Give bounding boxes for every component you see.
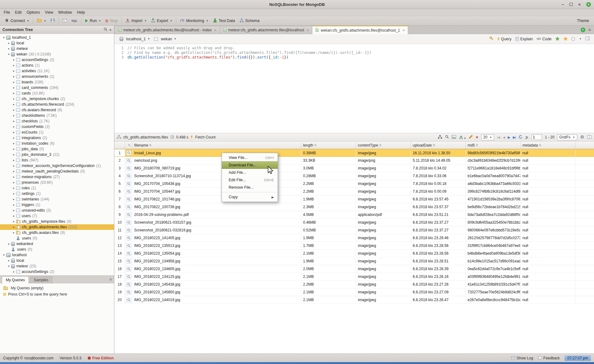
layout-panel-icon[interactable] (585, 37, 590, 41)
tree-item-settings[interactable]: ▸settings(1) (0, 191, 114, 196)
table-row[interactable]: 92016-04-29-solving-problems.pdf4.5MBapp… (114, 211, 594, 219)
tree-item-meteor_accounts_loginServiceConfiguration[interactable]: ▸meteor_accounts_loginServiceConfigurati… (0, 163, 114, 169)
tree-expand-arrow[interactable]: ▸ (12, 153, 16, 156)
tree-expand-arrow[interactable]: ▸ (12, 226, 16, 229)
column-header-contentType[interactable]: contentType⇅ (356, 142, 411, 149)
menu-help[interactable]: Help (74, 9, 87, 15)
row-preview-cell[interactable] (125, 172, 132, 180)
row-icon-header[interactable]: ⇅ (125, 142, 132, 149)
tree-expand-arrow[interactable]: ▸ (12, 120, 16, 123)
key-icon[interactable] (489, 36, 494, 42)
tree-item-checklists[interactable]: ▸checklists(1.7K) (0, 118, 114, 124)
table-row[interactable]: 5IMG_20170704_105438.jpg2.2MBimage/jpeg7… (114, 180, 594, 188)
tree-item-meteor-migrations[interactable]: ▸meteor-migrations(27) (0, 174, 114, 180)
theme-button[interactable]: Theme (577, 19, 592, 23)
prev-page-button[interactable]: ◀ (503, 135, 505, 139)
column-header-md5[interactable]: md5⇅ (466, 142, 521, 149)
next-page-button[interactable]: ▶ (508, 135, 510, 139)
test-data-button[interactable]: Test Data (211, 17, 237, 25)
tab-list-icon[interactable]: ≡ (588, 27, 591, 32)
menu-file[interactable]: File (1, 9, 12, 15)
row-preview-cell[interactable] (125, 226, 132, 234)
refresh-icon[interactable] (518, 135, 523, 140)
tree-expand-arrow[interactable]: ▸ (12, 147, 16, 151)
tree-expand-arrow[interactable]: ▸ (12, 58, 16, 61)
magnifier-icon[interactable] (126, 243, 131, 248)
collapse-panel-icon[interactable]: « (108, 278, 113, 281)
row-preview-cell[interactable] (125, 203, 132, 211)
table-row[interactable]: 13IMG_20180223_135513.jpg1.7MBimage/jpeg… (114, 242, 594, 250)
monitoring-button[interactable]: Monitoring▼ (178, 17, 210, 25)
magnifier-icon[interactable] (126, 197, 131, 202)
magnifier-icon[interactable] (126, 189, 131, 194)
favorites-star-icon[interactable] (563, 37, 568, 42)
magnifier-icon[interactable] (126, 251, 131, 256)
tree-item-presences[interactable]: ▸presences(33.6K) (0, 180, 114, 185)
tree-item-rules[interactable]: ▸rules(1) (0, 185, 114, 191)
tree-item-activities[interactable]: ▸activities(11.1K) (0, 68, 114, 74)
tree-item-wekan[interactable]: ▾wekan(33 | 0.21GB) (0, 51, 114, 57)
column-header-metadata[interactable]: metadata⇅ (521, 142, 575, 149)
tree-item-meteor[interactable]: ▾meteor(23) (0, 263, 114, 269)
tree-item-invitation_codes[interactable]: ▸invitation_codes(6) (0, 141, 114, 146)
query-editor-button[interactable] (60, 17, 69, 25)
find-in-results-icon[interactable] (445, 135, 449, 140)
tree-expand-arrow[interactable]: ▸ (12, 214, 16, 217)
site-link[interactable]: nosqlbooster.com (24, 356, 54, 360)
table-row[interactable]: 19IMG_20180223_145650.jpg2.1MBimage/jpeg… (114, 288, 594, 296)
magnifier-icon[interactable] (126, 205, 131, 209)
tree-expand-arrow[interactable]: ▸ (12, 125, 16, 128)
tree-expand-arrow[interactable]: ▸ (12, 86, 16, 89)
tree-expand-arrow[interactable]: ▸ (12, 186, 16, 190)
edition-badge[interactable]: Free Edition (88, 356, 114, 360)
magnifier-icon[interactable] (126, 236, 131, 240)
row-preview-cell[interactable] (125, 234, 132, 242)
page-size-select[interactable]: 20 ▼ (481, 134, 494, 140)
save-button[interactable] (48, 17, 57, 25)
tree-item-localhost_1[interactable]: ▾localhost_1 (0, 35, 114, 40)
tree-item-meteor_oauth_pendingCredentials[interactable]: ▸meteor_oauth_pendingCredentials(0) (0, 169, 114, 174)
tree-expand-arrow[interactable]: ▸ (12, 81, 16, 84)
table-row[interactable]: 8IMG_20170822_100736.jpg2.3MBimage/jpeg6… (114, 203, 594, 211)
tree-expand-arrow[interactable]: ▸ (12, 97, 16, 100)
tree-item-cfs_gridfs.avatars.files[interactable]: ▸cfs_gridfs.avatars.files(9) (0, 230, 114, 235)
tree-expand-arrow[interactable]: ▸ (12, 114, 16, 117)
view-mode-select[interactable]: GridFs ▼ (557, 134, 577, 140)
run-button[interactable]: Run▼ (83, 17, 103, 24)
collapse-sidebar-icon[interactable]: « (109, 27, 112, 32)
first-page-button[interactable]: |◀ (497, 135, 500, 139)
tree-item-wekantest[interactable]: ▸wekantest (0, 241, 114, 247)
table-row[interactable]: 3IMG_20180709_080719.jpg3.0MBimage/jpeg7… (114, 164, 594, 172)
tab-close-icon[interactable]: × (307, 28, 309, 33)
tree-item-users[interactable]: users(0) (0, 235, 114, 241)
row-preview-cell[interactable] (125, 288, 132, 296)
tree-item-localhost[interactable]: ▾localhost (0, 252, 114, 258)
table-row[interactable]: 14IMG_20180223_135054.jpg2.1MBimage/jpeg… (114, 250, 594, 257)
show-log-button[interactable]: Show Log (511, 356, 533, 360)
panel-tab-samples[interactable]: Samples (30, 276, 52, 283)
tree-item-actions[interactable]: ▸actions(1) (0, 63, 114, 68)
export-button[interactable]: Export▼ (149, 17, 174, 25)
row-preview-cell[interactable] (125, 157, 132, 164)
table-row[interactable]: 1Install_Linux.jpg0.38MBimage/jpeg16.11.… (114, 149, 594, 157)
tree-item-local[interactable]: ▸local (0, 258, 114, 263)
magnifier-icon[interactable] (126, 228, 131, 233)
magnifier-icon[interactable] (126, 174, 131, 178)
fetch-count-button[interactable]: Fetch Count (195, 135, 215, 139)
tree-expand-arrow[interactable]: ▸ (7, 242, 11, 245)
table-row[interactable]: 10Screenshot_20180621-033157.jpg0.46MBim… (114, 219, 594, 226)
import-button[interactable]: Import▼ (123, 17, 149, 25)
menu-options[interactable]: Options (24, 9, 42, 15)
context-menu-item-view-file[interactable]: View File...Ctrl+I (222, 154, 278, 161)
tree-expand-arrow[interactable]: ▾ (7, 265, 11, 268)
magnifier-icon[interactable] (126, 290, 131, 295)
row-preview-cell[interactable] (125, 188, 132, 195)
sql-button[interactable]: SQL (69, 18, 80, 24)
tree-item-cfs_gridfs._tempstore.files[interactable]: ▸cfs_gridfs._tempstore.files(0) (0, 219, 114, 224)
tree-item-card_comments[interactable]: ▸card_comments(194) (0, 85, 114, 90)
magnifier-icon[interactable] (126, 298, 131, 302)
tree-expand-arrow[interactable]: ▸ (12, 142, 16, 145)
tree-item-boards[interactable]: ▸boards(138) (0, 79, 114, 85)
explain-button[interactable]: Explain (515, 37, 533, 41)
tree-item-accountSettings[interactable]: ▸accountSettings(2) (0, 57, 114, 63)
